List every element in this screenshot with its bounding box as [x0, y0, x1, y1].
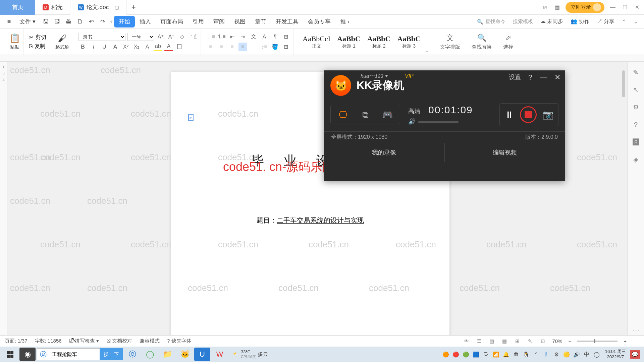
align-right-icon[interactable]: ≡	[228, 43, 236, 51]
draft-view-icon[interactable]: ✎	[527, 338, 533, 345]
menu-start[interactable]: 开始	[114, 16, 135, 27]
location-icon[interactable]: ◈	[631, 155, 641, 164]
tab-close-icon[interactable]: ▢	[115, 5, 119, 10]
menu-member[interactable]: 会员专享	[303, 16, 335, 27]
minimize-button[interactable]: —	[609, 4, 616, 10]
styles-more-icon[interactable]: ⌄	[424, 47, 430, 55]
align-left-icon[interactable]: ≡	[206, 43, 215, 51]
shading-icon[interactable]: 🪣	[271, 43, 279, 51]
page-indicator[interactable]: 页面: 1/37	[5, 338, 28, 344]
login-button[interactable]: 立即登录	[566, 2, 604, 13]
menu-page-layout[interactable]: 页面布局	[156, 16, 188, 27]
fullscreen-mode-icon[interactable]: 🖵	[334, 108, 352, 121]
recorder-help-icon[interactable]: ?	[528, 73, 532, 82]
maximize-button[interactable]: ☐	[621, 4, 629, 10]
text-layout-button[interactable]: 文文字排版	[435, 33, 465, 50]
recorder-quality[interactable]: 高清	[408, 107, 420, 115]
share-button[interactable]: ↗ 分享	[597, 18, 614, 25]
tray-icon[interactable]: 🟢	[462, 350, 470, 359]
recorder-minimize-icon[interactable]: —	[540, 73, 547, 82]
collab-button[interactable]: 👥 协作	[571, 18, 589, 25]
save-icon[interactable]: 🖫	[40, 16, 52, 27]
grid-icon[interactable]: ▦	[553, 4, 561, 10]
edit-video-button[interactable]: 编辑视频	[445, 143, 566, 162]
format-painter-button[interactable]: 🖌 格式刷	[55, 33, 69, 50]
decrease-indent-icon[interactable]: ⇤	[228, 33, 236, 41]
menu-reference[interactable]: 引用	[188, 16, 209, 27]
collapse-ribbon-icon[interactable]: ⌃	[622, 18, 626, 25]
phonetic-icon[interactable]: ㍙	[189, 33, 197, 41]
screenshot-button[interactable]: 📷	[543, 110, 553, 120]
taskbar-todesk-icon[interactable]: U	[194, 348, 210, 361]
my-recordings-button[interactable]: 我的录像	[324, 143, 445, 162]
recorder-username[interactable]: hua***123 ▾	[361, 73, 387, 79]
clear-format-icon[interactable]: ◇	[178, 33, 186, 41]
tray-icon[interactable]: 🟦	[472, 350, 480, 359]
shrink-font-icon[interactable]: A⁻	[167, 33, 176, 41]
web-view-icon[interactable]: ▦	[501, 338, 508, 345]
game-mode-icon[interactable]: 🎮	[378, 108, 396, 121]
highlight-button[interactable]: ab	[154, 43, 162, 51]
tray-volume-icon[interactable]: 🔊	[572, 350, 581, 359]
volume-icon[interactable]: 🔊	[408, 118, 416, 125]
recorder-settings-button[interactable]: 设置	[509, 73, 521, 82]
sync-status[interactable]: ☁ 未同步	[540, 18, 563, 25]
expand-ribbon-icon[interactable]: ⌄	[634, 18, 638, 25]
volume-slider[interactable]	[418, 121, 459, 123]
tray-chevron-up-icon[interactable]: ⌃	[532, 350, 541, 359]
taskbar-app-icon[interactable]: ◉	[19, 348, 36, 361]
reading-view-icon[interactable]: ☰	[476, 338, 482, 345]
stop-button[interactable]	[520, 106, 537, 123]
sort-icon[interactable]: Ā	[260, 33, 269, 41]
settings-slider-icon[interactable]: ⚙	[631, 103, 641, 112]
zoom-slider[interactable]	[577, 341, 618, 342]
align-justify-icon[interactable]: ≡	[238, 43, 247, 51]
tray-icon[interactable]: ◯	[592, 350, 601, 359]
redo-icon[interactable]: ↷	[97, 16, 109, 27]
style-heading2[interactable]: AaBbC标题 2	[364, 35, 394, 49]
new-tab-button[interactable]: +	[127, 3, 140, 12]
style-heading1[interactable]: AaBbC标题 1	[334, 35, 364, 49]
help-icon[interactable]: ?	[631, 120, 641, 129]
tray-icon[interactable]: 🗑	[512, 350, 521, 359]
horizontal-ruler[interactable]	[0, 55, 644, 62]
border-icon[interactable]: ⊞	[281, 43, 290, 51]
proofread-button[interactable]: ☒ 文档校对	[106, 338, 132, 344]
increase-indent-icon[interactable]: ⇥	[238, 33, 247, 41]
strikethrough-button[interactable]: A̶	[111, 43, 119, 51]
tray-wifi-icon[interactable]: 📶	[492, 350, 500, 359]
zoom-out-icon[interactable]: −	[568, 338, 571, 344]
taskbar-360-icon[interactable]: ◯	[142, 348, 158, 361]
subscript-button[interactable]: X₂	[132, 43, 141, 51]
char-border-button[interactable]: 囗	[175, 43, 184, 51]
taskbar-search[interactable]: ⓔ 搜一下	[37, 348, 123, 360]
taskbar-search-button[interactable]: 搜一下	[100, 348, 123, 360]
number-list-icon[interactable]: ⒈≡	[217, 33, 226, 41]
font-name-select[interactable]: 隶书	[78, 33, 125, 41]
taskbar-wps-icon[interactable]: W	[212, 348, 228, 361]
taskbar-explorer-icon[interactable]: 📁	[159, 348, 175, 361]
font-color-button[interactable]: A	[164, 43, 173, 51]
style-heading3[interactable]: AaBbC标题 3	[394, 35, 424, 49]
menu-review[interactable]: 审阅	[209, 16, 229, 27]
print-icon[interactable]: 🖶	[63, 16, 74, 27]
fit-width-icon[interactable]: ⊡	[539, 338, 546, 345]
undo-icon[interactable]: ↶	[86, 16, 97, 27]
bullet-list-icon[interactable]: ⋮≡	[206, 33, 215, 41]
copy-button[interactable]: 复制	[35, 43, 45, 50]
taskbar-search-input[interactable]	[49, 352, 100, 357]
zoom-level[interactable]: 70%	[552, 338, 562, 344]
more-icon[interactable]: ⋯	[631, 325, 641, 335]
search-template[interactable]: 搜索模板	[513, 18, 533, 25]
scrollbar-thumb[interactable]	[622, 70, 625, 97]
start-button[interactable]	[2, 348, 18, 361]
vertical-scrollbar[interactable]	[621, 67, 626, 338]
font-size-select[interactable]: 一号	[127, 33, 154, 41]
paste-button[interactable]: 📋 粘贴	[9, 33, 20, 50]
cursor-tool-icon[interactable]: ↖	[631, 85, 641, 95]
tray-icon[interactable]: 🔴	[451, 350, 460, 359]
bold-button[interactable]: B	[78, 43, 87, 51]
paragraph-float-icon[interactable]	[188, 114, 195, 121]
save-as-icon[interactable]: 🖫	[52, 16, 63, 27]
superscript-button[interactable]: X²	[121, 43, 130, 51]
